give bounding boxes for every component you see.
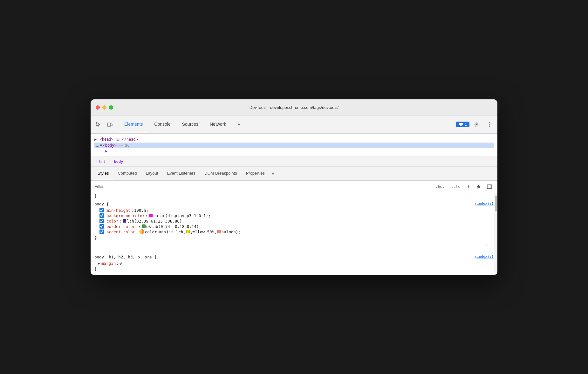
traffic-lights: [96, 105, 113, 110]
add-property-body[interactable]: +: [94, 241, 494, 249]
element-state-icon[interactable]: [475, 183, 483, 191]
chat-icon: 💬: [459, 122, 463, 127]
notification-count: 1: [465, 122, 467, 127]
prop-margin: ▶ margin : 0;: [94, 261, 494, 266]
svg-point-4: [489, 126, 490, 127]
devtools-window: DevTools - developer.chrome.com/tags/dev…: [91, 99, 497, 275]
prop-accent-color: accent-color : color-mix(in lch, yellow …: [94, 229, 494, 235]
minimize-button[interactable]: [102, 105, 106, 110]
devtools-header-right: 💬 1: [456, 119, 495, 130]
color-swatch[interactable]: [123, 219, 126, 223]
checkbox-background-color[interactable]: [99, 213, 104, 218]
svg-rect-0: [107, 123, 111, 126]
rule-body-close: }: [94, 235, 494, 241]
hov-button[interactable]: :hov: [434, 184, 447, 190]
breadcrumb-body[interactable]: body: [112, 159, 125, 164]
background-color-swatch[interactable]: [149, 214, 153, 217]
rule-header-body-headings: body, h1, h2, h3, p, pre { (index):1: [94, 255, 494, 259]
window-title: DevTools - developer.chrome.com/tags/dev…: [250, 105, 338, 110]
devtools-toolbar-icons: [93, 119, 115, 130]
head-node[interactable]: ▶ <head> … </head>: [94, 136, 494, 143]
title-bar: DevTools - developer.chrome.com/tags/dev…: [91, 99, 497, 116]
tab-event-listeners[interactable]: Event Listeners: [162, 167, 200, 180]
css-source-body[interactable]: (index):1: [475, 202, 494, 206]
checkbox-min-height[interactable]: [99, 208, 104, 212]
scrollbar-thumb[interactable]: [495, 196, 497, 211]
css-selector-body-headings: body, h1, h2, h3, p, pre {: [94, 255, 157, 259]
preceding-brace: }: [91, 193, 497, 199]
yellow-swatch[interactable]: [186, 230, 190, 233]
tab-elements[interactable]: Elements: [119, 116, 148, 133]
tab-network[interactable]: Network: [204, 116, 232, 133]
accent-color-split-swatch[interactable]: [140, 229, 144, 234]
css-rule-body-headings: body, h1, h2, h3, p, pre { (index):1 ▶ m…: [91, 252, 497, 275]
tab-computed[interactable]: Computed: [113, 167, 141, 180]
rule-header-body: body { (index):1: [94, 202, 494, 206]
css-rule-body: body { (index):1 min-height : 100vh; bac…: [91, 199, 497, 252]
breadcrumb: html › body: [91, 157, 497, 167]
tab-console[interactable]: Console: [148, 116, 176, 133]
device-toggle-icon[interactable]: [105, 119, 115, 130]
margin-expand[interactable]: ▶: [98, 262, 100, 265]
prop-color: color : lch(32.39 61.25 308.86);: [94, 218, 494, 224]
tab-dom-breakpoints[interactable]: DOM Breakpoints: [200, 167, 242, 180]
devtools-tabs: Elements Console Sources Network »: [119, 116, 456, 133]
elements-panel: ▶ <head> … </head> … ▼ <body> == $0 ▶ …: [91, 134, 497, 157]
css-source-body-headings[interactable]: (index):1: [475, 255, 494, 259]
border-color-expand[interactable]: ▶: [139, 225, 141, 228]
more-options-icon[interactable]: [485, 119, 495, 130]
notification-badge[interactable]: 💬 1: [456, 122, 469, 127]
svg-point-2: [489, 122, 490, 123]
cursor-icon[interactable]: [93, 119, 103, 130]
filter-input[interactable]: [94, 184, 431, 189]
add-style-button[interactable]: +: [465, 183, 472, 190]
tab-properties[interactable]: Properties: [242, 167, 269, 180]
scrollbar-track[interactable]: [494, 193, 497, 275]
cls-button[interactable]: .cls: [449, 184, 462, 190]
close-button[interactable]: [96, 105, 100, 110]
filter-actions: :hov .cls +: [434, 183, 494, 191]
tab-sources[interactable]: Sources: [176, 116, 204, 133]
prop-min-height: min-height : 100vh;: [94, 208, 494, 213]
prop-background-color: background-color : color(display-p3 1 0 …: [94, 213, 494, 218]
toggle-sidebar-icon[interactable]: [485, 183, 494, 191]
tab-styles-more[interactable]: »: [269, 167, 277, 180]
css-selector-body: body {: [94, 202, 109, 206]
salmon-swatch[interactable]: [217, 230, 221, 233]
filter-bar: :hov .cls +: [91, 181, 497, 193]
devtools-header: Elements Console Sources Network » 💬 1: [91, 116, 497, 134]
body-node[interactable]: … ▼ <body> == $0: [94, 143, 494, 148]
maximize-button[interactable]: [109, 105, 113, 110]
svg-point-3: [489, 124, 490, 125]
tab-layout[interactable]: Layout: [141, 167, 162, 180]
tab-more[interactable]: »: [232, 116, 246, 133]
prop-border-color: border-color : ▶ oklab(0.74 -0.18 0.14);: [94, 224, 494, 229]
svg-rect-1: [111, 124, 112, 126]
checkbox-border-color[interactable]: [99, 224, 104, 229]
tab-styles[interactable]: Styles: [93, 167, 113, 180]
breadcrumb-html[interactable]: html: [94, 159, 107, 164]
styles-tabs: Styles Computed Layout Event Listeners D…: [91, 167, 497, 181]
rule-body-headings-close: }: [94, 266, 494, 272]
settings-icon[interactable]: [472, 119, 482, 130]
checkbox-color[interactable]: [99, 219, 104, 223]
svg-rect-5: [487, 185, 492, 189]
css-content: } body { (index):1 min-height : 100vh; b…: [91, 193, 497, 275]
checkbox-accent-color[interactable]: [99, 230, 104, 234]
border-color-swatch[interactable]: [142, 224, 146, 228]
